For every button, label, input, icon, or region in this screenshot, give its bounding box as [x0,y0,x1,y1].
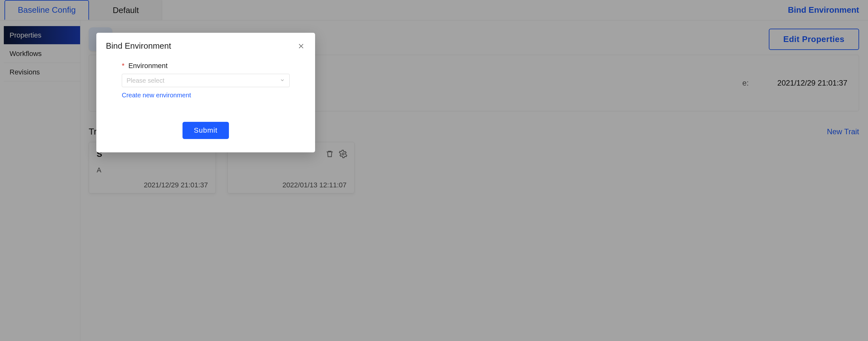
select-placeholder: Please select [127,77,164,84]
environment-field-label: * Environment [122,62,290,70]
environment-label-text: Environment [128,62,168,70]
modal-scrim: Bind Environment * Environment Please se… [0,0,868,341]
required-asterisk: * [122,62,125,70]
environment-select[interactable]: Please select [122,74,290,87]
create-new-environment-link[interactable]: Create new environment [122,92,191,99]
close-icon[interactable] [297,42,306,51]
submit-button[interactable]: Submit [183,122,229,139]
chevron-down-icon [280,77,285,84]
dialog-title: Bind Environment [106,41,171,51]
bind-environment-dialog: Bind Environment * Environment Please se… [96,33,315,152]
